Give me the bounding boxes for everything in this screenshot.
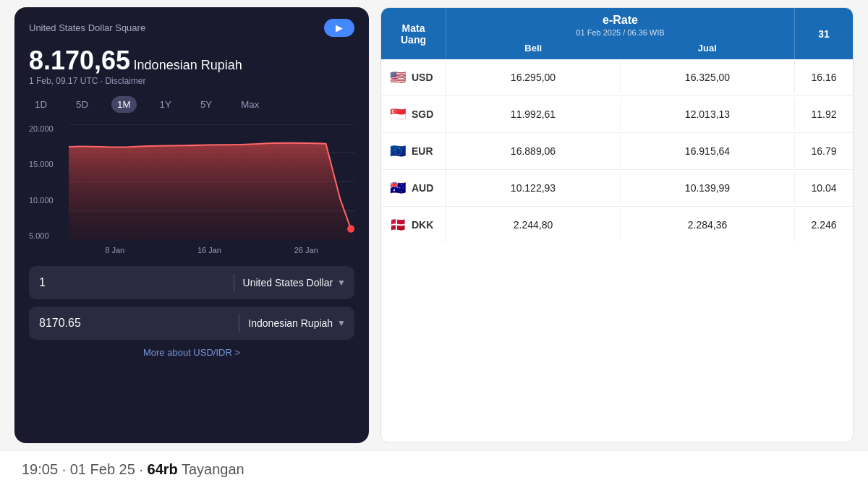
td-last-0: 16.16 bbox=[795, 61, 853, 93]
flag-3: 🇦🇺 bbox=[390, 180, 406, 196]
rate-currency: Indonesian Rupiah bbox=[134, 58, 242, 72]
code-0: USD bbox=[412, 72, 433, 83]
x-label-2: 26 Jan bbox=[294, 246, 318, 254]
td-jual-4: 2.284,36 bbox=[621, 209, 795, 241]
input-to-value[interactable] bbox=[29, 317, 239, 330]
chart-area bbox=[69, 124, 354, 240]
table-row: 🇺🇸 USD 16.295,00 16.325,00 16.16 bbox=[381, 59, 853, 96]
input-from-value[interactable] bbox=[29, 276, 234, 289]
table-header: Mata Uang e-Rate 01 Feb 2025 / 06.36 WIB… bbox=[381, 8, 853, 59]
td-beli-4: 2.244,80 bbox=[446, 209, 621, 241]
td-currency-3: 🇦🇺 AUD bbox=[381, 170, 446, 206]
input-to-row: Indonesian Rupiah ▼ bbox=[29, 307, 354, 340]
td-last-2: 16.79 bbox=[795, 135, 853, 167]
period-1d[interactable]: 1D bbox=[29, 96, 53, 113]
table-row: 🇦🇺 AUD 10.122,93 10.139,99 10.04 bbox=[381, 170, 853, 207]
td-beli-3: 10.122,93 bbox=[446, 172, 621, 204]
y-label-2: 10.000 bbox=[29, 196, 69, 205]
code-4: DKK bbox=[412, 219, 433, 231]
exchange-table-panel: Mata Uang e-Rate 01 Feb 2025 / 06.36 WIB… bbox=[380, 7, 854, 443]
table-row: 🇪🇺 EUR 16.889,06 16.915,64 16.79 bbox=[381, 133, 853, 170]
svg-point-4 bbox=[347, 225, 354, 232]
td-currency-0: 🇺🇸 USD bbox=[381, 59, 446, 95]
td-last-4: 2.246 bbox=[795, 209, 853, 241]
code-2: EUR bbox=[412, 145, 433, 157]
td-jual-0: 16.325,00 bbox=[621, 61, 795, 93]
table-body: 🇺🇸 USD 16.295,00 16.325,00 16.16 🇸🇬 SGD … bbox=[381, 59, 853, 243]
td-beli-1: 11.992,61 bbox=[446, 98, 621, 130]
top-bar-button[interactable]: ▶ bbox=[324, 19, 354, 37]
flag-0: 🇺🇸 bbox=[390, 69, 406, 85]
more-link[interactable]: More about USD/IDR > bbox=[29, 347, 354, 358]
period-1m[interactable]: 1M bbox=[111, 96, 137, 113]
footer-date: 01 Feb 25 bbox=[70, 461, 135, 477]
chart-container: 20.000 15.000 10.000 5.000 bbox=[29, 124, 354, 254]
period-5y[interactable]: 5Y bbox=[195, 96, 218, 113]
input-to-currency[interactable]: Indonesian Rupiah ▼ bbox=[239, 317, 354, 329]
to-currency-label: Indonesian Rupiah bbox=[248, 317, 333, 329]
code-3: AUD bbox=[412, 182, 433, 194]
input-from-row: United States Dollar ▼ bbox=[29, 266, 354, 299]
flag-1: 🇸🇬 bbox=[390, 106, 406, 122]
td-last-3: 10.04 bbox=[795, 172, 853, 204]
header-jual: Jual bbox=[621, 40, 795, 59]
td-beli-2: 16.889,06 bbox=[446, 135, 621, 167]
top-bar: United States Dollar Square ▶ bbox=[29, 19, 354, 37]
footer-separator-2: · bbox=[139, 461, 147, 477]
td-currency-2: 🇪🇺 EUR bbox=[381, 133, 446, 169]
rate-info: 1 Feb, 09.17 UTC · Disclaimer bbox=[29, 76, 354, 86]
rate-value: 8.170,65 bbox=[29, 46, 130, 75]
chart-y-labels: 20.000 15.000 10.000 5.000 bbox=[29, 124, 69, 240]
td-jual-3: 10.139,99 bbox=[621, 172, 795, 204]
y-label-1: 15.000 bbox=[29, 160, 69, 168]
period-max[interactable]: Max bbox=[235, 96, 265, 113]
code-1: SGD bbox=[412, 108, 433, 120]
table-row: 🇸🇬 SGD 11.992,61 12.013,13 11.92 bbox=[381, 96, 853, 133]
td-beli-0: 16.295,00 bbox=[446, 61, 621, 93]
from-currency-label: United States Dollar bbox=[243, 277, 333, 288]
time-selector: 1D 5D 1M 1Y 5Y Max bbox=[29, 96, 354, 113]
footer-views: 64rb bbox=[148, 461, 178, 477]
header-erate-cols: Beli Jual bbox=[446, 40, 794, 59]
header-mata-uang: Mata Uang bbox=[381, 8, 446, 59]
input-from-currency[interactable]: United States Dollar ▼ bbox=[234, 277, 354, 288]
table-row: 🇩🇰 DKK 2.244,80 2.284,36 2.246 bbox=[381, 207, 853, 243]
td-jual-2: 16.915,64 bbox=[621, 135, 795, 167]
td-jual-1: 12.013,13 bbox=[621, 98, 795, 130]
chart-x-labels: 8 Jan 16 Jan 26 Jan bbox=[69, 246, 354, 254]
header-31: 31 bbox=[795, 8, 853, 59]
footer: 19:05 · 01 Feb 25 · 64rb Tayangan bbox=[0, 450, 868, 488]
to-currency-dropdown-icon: ▼ bbox=[337, 318, 346, 328]
footer-time: 19:05 bbox=[22, 461, 58, 477]
td-currency-1: 🇸🇬 SGD bbox=[381, 96, 446, 132]
td-currency-4: 🇩🇰 DKK bbox=[381, 207, 446, 243]
header-erate-date: 01 Feb 2025 / 06.36 WIB bbox=[576, 28, 664, 40]
converter-panel: United States Dollar Square ▶ 8.170,65 I… bbox=[14, 7, 369, 443]
header-erate: e-Rate 01 Feb 2025 / 06.36 WIB Beli Jual bbox=[446, 8, 795, 59]
flag-2: 🇪🇺 bbox=[390, 143, 406, 159]
x-label-1: 16 Jan bbox=[197, 246, 221, 254]
period-1y[interactable]: 1Y bbox=[154, 96, 177, 113]
x-label-0: 8 Jan bbox=[105, 246, 124, 254]
flag-4: 🇩🇰 bbox=[390, 217, 406, 233]
header-erate-title: e-Rate bbox=[603, 8, 638, 28]
footer-separator-1: · bbox=[62, 461, 70, 477]
top-bar-title: United States Dollar Square bbox=[29, 22, 145, 33]
header-beli: Beli bbox=[446, 40, 621, 59]
period-5d[interactable]: 5D bbox=[70, 96, 94, 113]
chart-svg bbox=[69, 124, 354, 240]
td-last-1: 11.92 bbox=[795, 98, 853, 130]
from-currency-dropdown-icon: ▼ bbox=[337, 278, 346, 288]
footer-label: Tayangan bbox=[182, 461, 244, 477]
y-label-3: 5.000 bbox=[29, 231, 69, 240]
y-label-0: 20.000 bbox=[29, 124, 69, 133]
rate-display: 8.170,65 Indonesian Rupiah bbox=[29, 46, 354, 76]
